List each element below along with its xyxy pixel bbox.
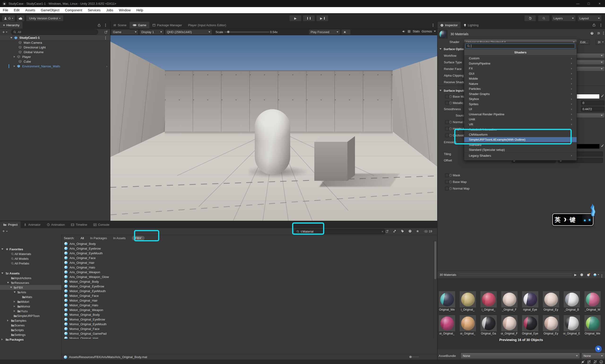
add-object-button[interactable]: + bbox=[2, 30, 5, 35]
material-tile[interactable] bbox=[522, 291, 538, 308]
project-file-row[interactable]: Aris_Original_Face bbox=[62, 256, 434, 260]
preview-menu-icon[interactable] bbox=[602, 274, 602, 275]
save-search-icon[interactable] bbox=[416, 230, 419, 233]
shader-popup-item[interactable]: Shader Graphs› bbox=[464, 91, 577, 96]
project-file-row[interactable]: Midori_Original_Weapon bbox=[62, 308, 434, 312]
project-tree-item-scripts[interactable]: Scripts bbox=[0, 328, 62, 332]
menu-edit[interactable]: Edit bbox=[11, 7, 23, 13]
hierarchy-item[interactable]: Player bbox=[0, 54, 110, 59]
project-tree-item-momoi[interactable]: Momoi bbox=[0, 304, 62, 309]
scene-header-row[interactable]: StudyCase1-1 bbox=[0, 35, 110, 40]
material-tile[interactable] bbox=[543, 315, 559, 331]
material-tile[interactable] bbox=[460, 291, 476, 308]
tab-animator[interactable]: Animator bbox=[21, 221, 43, 228]
shader-popup-item[interactable]: Universal Render Pipeline› bbox=[464, 112, 577, 117]
undo-history-button[interactable] bbox=[524, 15, 536, 22]
assetbundle-variant-dropdown[interactable]: None bbox=[581, 353, 605, 359]
shader-popup-item[interactable]: Custom› bbox=[464, 56, 577, 61]
project-file-row[interactable]: Midori_Original_EyeMouth bbox=[62, 289, 434, 293]
hierarchy-item[interactable]: Directional Light bbox=[0, 45, 110, 50]
tab-inspector[interactable]: Inspector bbox=[437, 22, 461, 29]
hierarchy-search-input[interactable]: All bbox=[11, 29, 98, 35]
preview-static-icon[interactable] bbox=[580, 273, 583, 276]
presets-icon[interactable] bbox=[597, 32, 601, 35]
project-tree-item-mats[interactable]: Mats bbox=[0, 295, 62, 299]
project-file-row[interactable]: Midori_Original_Body bbox=[62, 279, 434, 284]
tab-scene[interactable]: Scene bbox=[110, 22, 129, 29]
eye-icon[interactable] bbox=[424, 230, 428, 233]
project-tree-item-inputactions[interactable]: InputActions bbox=[0, 276, 62, 280]
project-file-row[interactable]: Aris_Original_Hair bbox=[62, 260, 434, 265]
shader-popup-item[interactable]: VR› bbox=[464, 122, 577, 127]
tab-timeline[interactable]: Timeline bbox=[68, 221, 90, 228]
material-tile[interactable] bbox=[480, 291, 497, 308]
inspector-menu-icon[interactable] bbox=[601, 24, 601, 24]
material-tile[interactable] bbox=[460, 315, 476, 331]
pause-button[interactable] bbox=[303, 15, 315, 22]
gizmos-dropdown[interactable]: Gizmos bbox=[422, 29, 432, 33]
hidden-count-icon[interactable] bbox=[408, 230, 412, 233]
project-tree-item-scenes[interactable]: Scenes bbox=[0, 323, 62, 328]
project-file-row[interactable]: Midori_Original_Halo bbox=[62, 303, 434, 308]
project-file-row[interactable]: Momoi_Original_Face bbox=[62, 326, 434, 331]
menu-help[interactable]: Help bbox=[133, 7, 146, 13]
preview-drag-handle[interactable] bbox=[459, 274, 571, 276]
shader-popup-item[interactable]: Legacy Shaders› bbox=[464, 153, 577, 158]
hierarchy-item[interactable]: Main Camera bbox=[0, 40, 110, 45]
material-tile[interactable] bbox=[439, 315, 455, 331]
mute-audio-icon[interactable] bbox=[402, 30, 406, 33]
maximize-button[interactable]: □ bbox=[583, 0, 594, 7]
project-file-row[interactable]: Momoi_Original_EyeMouth bbox=[62, 322, 434, 326]
material-tile[interactable] bbox=[501, 291, 517, 308]
material-tile[interactable] bbox=[480, 315, 497, 331]
project-tree-item-assets[interactable]: Assets bbox=[0, 271, 62, 276]
scope-in-assets[interactable]: In Assets bbox=[113, 236, 126, 240]
step-button[interactable]: ▶ bbox=[316, 15, 329, 22]
hierarchy-item[interactable]: Cube bbox=[0, 59, 110, 64]
tab-hierarchy[interactable]: ≡ Hierarchy bbox=[0, 22, 23, 29]
cache-disabled-icon[interactable] bbox=[587, 360, 591, 364]
shader-popup-item[interactable]: Particles› bbox=[464, 86, 577, 91]
menu-assets[interactable]: Assets bbox=[23, 7, 38, 13]
material-tile[interactable] bbox=[439, 291, 455, 308]
version-control-button[interactable]: Unity Version Control bbox=[26, 15, 64, 22]
menu-services[interactable]: Services bbox=[85, 7, 103, 13]
detail-mask-slot[interactable]: Mask bbox=[437, 172, 605, 178]
display-dropdown[interactable]: Display 1 bbox=[140, 29, 164, 35]
close-button[interactable]: × bbox=[594, 0, 605, 7]
stats-toggle[interactable]: Stats bbox=[413, 29, 420, 33]
material-tile[interactable] bbox=[564, 315, 580, 331]
shader-popup-item[interactable]: UI› bbox=[464, 107, 577, 112]
create-asset-button[interactable]: + bbox=[2, 229, 5, 234]
file-list-scrollbar[interactable] bbox=[434, 241, 437, 339]
shader-popup-item[interactable]: GUI› bbox=[464, 71, 577, 76]
game-viewport[interactable] bbox=[110, 35, 437, 221]
tab-lighting[interactable]: Lighting bbox=[461, 22, 482, 29]
create-asset-caret[interactable] bbox=[6, 231, 8, 232]
project-file-row[interactable]: Aris_Original_Weapon_Glow bbox=[62, 274, 434, 279]
project-file-row[interactable]: Aris_Original_Halo bbox=[62, 265, 434, 270]
shader-list-button[interactable] bbox=[596, 39, 605, 45]
preview-animated-icon[interactable] bbox=[587, 273, 590, 276]
game-menu-icon[interactable] bbox=[433, 24, 433, 24]
project-file-row[interactable]: Midori_Original_Face bbox=[62, 293, 434, 298]
vsync-grid-icon[interactable] bbox=[407, 30, 411, 33]
scene-menu-icon[interactable] bbox=[105, 36, 106, 37]
project-file-row[interactable]: Aris_Original_Body bbox=[62, 241, 434, 246]
thumb-size-slider[interactable] bbox=[409, 357, 419, 357]
filter-by-label-icon[interactable] bbox=[401, 230, 404, 233]
account-button[interactable]: G bbox=[2, 15, 15, 22]
shader-popup-item[interactable]: Standard (Specular setup) bbox=[464, 147, 577, 152]
project-file-row[interactable]: Aris_Original_EyeMouth bbox=[62, 251, 434, 256]
project-file-row[interactable]: Momoi_Original_EyeBrow bbox=[62, 317, 434, 322]
material-tile[interactable] bbox=[501, 315, 517, 331]
shader-popup-item[interactable]: Unlit› bbox=[464, 117, 577, 122]
play-button[interactable]: ▶ bbox=[289, 15, 302, 22]
scope-in-packages[interactable]: In Packages bbox=[90, 236, 107, 240]
auto-refresh-disabled-icon[interactable] bbox=[593, 360, 597, 364]
tab-console[interactable]: Console bbox=[90, 221, 113, 228]
project-tree-item-all-prefabs[interactable]: All Prefabs bbox=[0, 261, 62, 266]
display-target-dropdown[interactable]: Game bbox=[111, 29, 139, 35]
menu-gameobject[interactable]: GameObject bbox=[38, 7, 62, 13]
search-everywhere-button[interactable] bbox=[538, 15, 550, 22]
